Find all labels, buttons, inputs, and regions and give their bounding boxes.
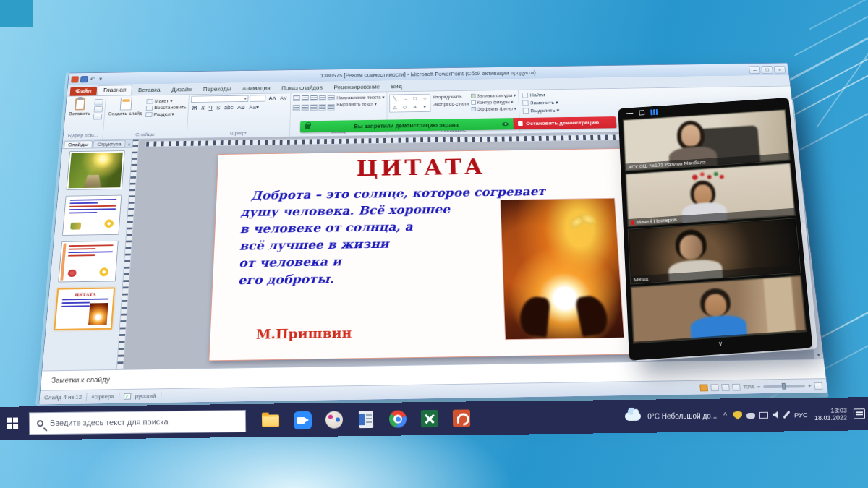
- file-explorer-icon[interactable]: [256, 404, 285, 436]
- arrange-button[interactable]: Упорядочить: [433, 94, 469, 100]
- fullscreen-icon[interactable]: [639, 110, 644, 115]
- justify-icon[interactable]: [319, 104, 326, 110]
- pane-tab-slides[interactable]: Слайды: [64, 140, 93, 148]
- tab-transitions[interactable]: Переходы: [197, 85, 237, 94]
- gallery-view-icon[interactable]: [650, 109, 658, 115]
- stop-share-button[interactable]: Остановить демонстрацию: [513, 116, 616, 129]
- shrink-font-icon[interactable]: А˅: [278, 95, 289, 100]
- weather-text[interactable]: 0°C Небольшой до...: [647, 411, 717, 420]
- slide-sorter-view-button[interactable]: [710, 384, 719, 391]
- tray-expand-chevron[interactable]: ^: [723, 411, 727, 419]
- document-app-icon[interactable]: [352, 403, 380, 435]
- change-case-icon[interactable]: Аа▾: [247, 104, 260, 111]
- pane-close-icon[interactable]: ×: [127, 142, 131, 147]
- font-size-box[interactable]: [250, 95, 265, 101]
- tab-home[interactable]: Главная: [97, 85, 132, 95]
- eye-icon[interactable]: [502, 122, 509, 126]
- tab-slideshow[interactable]: Показ слайдов: [276, 83, 328, 93]
- taskbar-search[interactable]: [29, 409, 246, 434]
- bold-button[interactable]: Ж: [191, 105, 199, 111]
- copy-icon[interactable]: [93, 106, 103, 113]
- weather-icon[interactable]: [625, 412, 641, 421]
- language-indicator[interactable]: русский: [135, 393, 156, 399]
- shape-fill-button[interactable]: Заливка фигуры ▾: [471, 93, 516, 99]
- text-direction-button[interactable]: Направление текста ▾: [337, 95, 385, 100]
- zoom-out-button[interactable]: −: [757, 383, 761, 390]
- shape-line-icon[interactable]: ╲: [393, 97, 396, 102]
- keyboard-language[interactable]: РУС: [794, 411, 808, 419]
- tab-view[interactable]: Вид: [386, 82, 407, 92]
- char-spacing-icon[interactable]: АВ: [236, 104, 246, 111]
- shape-triangle-icon[interactable]: △: [393, 105, 397, 110]
- minimize-button[interactable]: –: [749, 66, 761, 74]
- new-slide-button[interactable]: Создать слайд: [106, 97, 145, 117]
- spellcheck-icon[interactable]: ✓: [124, 393, 132, 400]
- volume-icon[interactable]: [773, 411, 781, 419]
- indent-increase-icon[interactable]: [319, 95, 326, 100]
- reset-button[interactable]: Восстановить: [146, 105, 187, 111]
- minimize-icon[interactable]: [626, 113, 633, 114]
- taskbar-clock[interactable]: 13:03 18.01.2022: [814, 406, 847, 421]
- chrome-icon[interactable]: [383, 403, 412, 435]
- current-slide[interactable]: ЦИТАТА Доброта – это солнце, которое сог…: [208, 148, 637, 361]
- align-text-button[interactable]: Выровнять текст ▾: [337, 102, 385, 108]
- security-tray-icon[interactable]: [733, 411, 742, 419]
- strikethrough-button[interactable]: S: [215, 105, 221, 111]
- clear-formatting-button[interactable]: abc: [223, 104, 235, 111]
- align-center-icon[interactable]: [302, 105, 309, 111]
- tab-review[interactable]: Рецензирование: [328, 82, 385, 92]
- search-input[interactable]: [50, 416, 224, 427]
- reading-view-button[interactable]: [721, 384, 730, 391]
- find-button[interactable]: Найти: [520, 91, 546, 99]
- paste-button[interactable]: Вставить: [67, 98, 93, 117]
- shape-arrow-icon[interactable]: →: [402, 97, 407, 102]
- underline-button[interactable]: Ч: [207, 105, 213, 111]
- collapse-panel-chevron-icon[interactable]: ∨: [718, 340, 723, 347]
- zoom-slider-knob[interactable]: [782, 383, 786, 390]
- display-tray-icon[interactable]: [760, 412, 768, 419]
- slide-thumbnail-4-current[interactable]: ЦИТАТА: [54, 288, 115, 330]
- excel-icon[interactable]: [415, 403, 444, 435]
- pen-tray-icon[interactable]: [783, 411, 790, 419]
- save-icon[interactable]: [80, 76, 88, 82]
- action-center-icon[interactable]: [854, 408, 865, 419]
- slide-thumbnail-1[interactable]: [66, 150, 124, 190]
- shape-diamond-icon[interactable]: ◇: [403, 105, 407, 110]
- columns-icon[interactable]: [328, 104, 335, 110]
- shape-text-icon[interactable]: А: [413, 105, 417, 110]
- italic-button[interactable]: К: [200, 105, 206, 111]
- slideshow-view-button[interactable]: [732, 383, 741, 390]
- grow-font-icon[interactable]: А˄: [267, 95, 277, 101]
- zoom-app-icon[interactable]: [288, 404, 317, 436]
- tab-insert[interactable]: Вставка: [132, 85, 166, 95]
- tab-file[interactable]: Файл: [69, 87, 97, 96]
- powerpoint-icon[interactable]: [447, 402, 476, 434]
- shapes-gallery[interactable]: ╲ → □ ○ △ ◇ А ▾: [389, 94, 430, 113]
- numbering-icon[interactable]: [302, 95, 309, 100]
- bullets-icon[interactable]: [293, 95, 300, 100]
- paint-app-icon[interactable]: [320, 403, 349, 435]
- slide-thumbnail-2[interactable]: [61, 195, 121, 236]
- shape-more-icon[interactable]: ▾: [424, 105, 427, 110]
- fit-to-window-button[interactable]: [814, 382, 822, 390]
- normal-view-button[interactable]: [699, 384, 708, 391]
- quick-styles-button[interactable]: Экспресс-стили: [433, 101, 469, 107]
- tab-animations[interactable]: Анимация: [237, 84, 276, 93]
- cut-icon[interactable]: [94, 99, 103, 105]
- close-button[interactable]: ×: [774, 65, 786, 73]
- replace-button[interactable]: Заменить ▾: [521, 98, 560, 107]
- section-button[interactable]: Раздел ▾: [145, 111, 186, 117]
- pane-tab-outline[interactable]: Структура: [93, 140, 125, 148]
- scroll-down-icon[interactable]: ▼: [816, 352, 822, 357]
- layout-button[interactable]: Макет ▾: [147, 98, 187, 103]
- indent-decrease-icon[interactable]: [310, 95, 318, 100]
- shape-oval-icon[interactable]: ○: [423, 96, 427, 101]
- align-right-icon[interactable]: [310, 104, 318, 110]
- start-button[interactable]: [0, 406, 29, 440]
- undo-icon[interactable]: ↶: [90, 76, 98, 82]
- shape-effects-button[interactable]: Эффекты фигур ▾: [471, 106, 516, 112]
- zoom-slider[interactable]: [763, 385, 805, 388]
- align-left-icon[interactable]: [293, 105, 300, 111]
- line-spacing-icon[interactable]: [328, 95, 335, 100]
- maximize-button[interactable]: □: [761, 66, 773, 74]
